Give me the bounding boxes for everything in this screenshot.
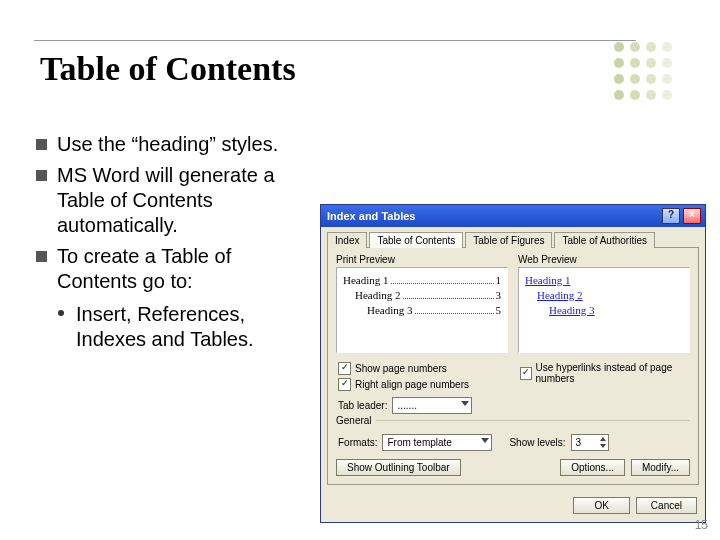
bullet-list: Use the “heading” styles. MS Word will g…	[36, 132, 316, 352]
square-bullet-icon	[36, 170, 47, 181]
right-align-checkbox[interactable]: ✓	[338, 378, 351, 391]
options-button[interactable]: Options...	[560, 459, 625, 476]
tab-table-of-authorities[interactable]: Table of Authorities	[554, 232, 655, 248]
tab-table-of-contents[interactable]: Table of Contents	[369, 232, 463, 248]
sub-bullet-text: Insert, References, Indexes and Tables.	[76, 302, 316, 352]
preview-heading: Heading 2	[355, 288, 401, 303]
leader-dots-icon	[403, 292, 494, 299]
tab-table-of-figures[interactable]: Table of Figures	[465, 232, 552, 248]
square-bullet-icon	[36, 251, 47, 262]
cancel-button[interactable]: Cancel	[636, 497, 697, 514]
slide-number: 15	[695, 518, 708, 532]
print-preview-box: Heading 1 1 Heading 2 3 Heading 3	[336, 267, 508, 353]
hyperlinks-label: Use hyperlinks instead of page numbers	[536, 362, 690, 384]
ok-button[interactable]: OK	[573, 497, 629, 514]
square-bullet-icon	[36, 139, 47, 150]
show-levels-spin[interactable]: 3	[571, 434, 609, 451]
preview-page-number: 5	[496, 303, 502, 318]
web-preview-box: Heading 1 Heading 2 Heading 3	[518, 267, 690, 353]
leader-dots-icon	[391, 277, 494, 284]
bullet-text: Use the “heading” styles.	[57, 132, 278, 157]
tab-leader-label: Tab leader:	[338, 400, 387, 411]
show-page-numbers-checkbox[interactable]: ✓	[338, 362, 351, 375]
preview-page-number: 3	[496, 288, 502, 303]
preview-hyperlink: Heading 1	[525, 274, 571, 286]
list-item: MS Word will generate a Table of Content…	[36, 163, 316, 238]
tab-index[interactable]: Index	[327, 232, 367, 248]
tab-leader-select[interactable]: .......	[392, 397, 472, 414]
show-page-numbers-label: Show page numbers	[355, 363, 447, 374]
hyperlinks-checkbox[interactable]: ✓	[520, 367, 532, 380]
list-item: Use the “heading” styles.	[36, 132, 316, 157]
preview-heading: Heading 3	[367, 303, 413, 318]
dot-bullet-icon	[58, 310, 64, 316]
show-levels-label: Show levels:	[509, 437, 565, 448]
right-align-label: Right align page numbers	[355, 379, 469, 390]
help-button[interactable]: ?	[662, 208, 680, 224]
formats-select[interactable]: From template	[382, 434, 492, 451]
index-and-tables-dialog: Index and Tables ? × Index Table of Cont…	[320, 204, 706, 523]
close-button[interactable]: ×	[683, 208, 701, 224]
preview-hyperlink: Heading 2	[537, 289, 583, 301]
dialog-titlebar[interactable]: Index and Tables ? ×	[321, 205, 705, 227]
tab-panel: Print Preview Heading 1 1 Heading 2 3	[327, 247, 699, 485]
web-preview-label: Web Preview	[518, 254, 690, 265]
slide-title: Table of Contents	[40, 50, 296, 88]
modify-button[interactable]: Modify...	[631, 459, 690, 476]
list-item-sub: Insert, References, Indexes and Tables.	[58, 302, 316, 352]
formats-label: Formats:	[338, 437, 377, 448]
bullet-text: To create a Table of Contents go to:	[57, 244, 316, 294]
tabs-row: Index Table of Contents Table of Figures…	[321, 227, 705, 247]
dialog-title: Index and Tables	[327, 210, 415, 222]
bullet-text: MS Word will generate a Table of Content…	[57, 163, 316, 238]
preview-page-number: 1	[496, 273, 502, 288]
decorative-dot-grid	[614, 42, 672, 100]
preview-hyperlink: Heading 3	[549, 304, 595, 316]
show-outlining-toolbar-button[interactable]: Show Outlining Toolbar	[336, 459, 461, 476]
list-item: To create a Table of Contents go to:	[36, 244, 316, 294]
print-preview-label: Print Preview	[336, 254, 508, 265]
leader-dots-icon	[415, 307, 494, 314]
title-rule	[34, 40, 636, 41]
preview-heading: Heading 1	[343, 273, 389, 288]
